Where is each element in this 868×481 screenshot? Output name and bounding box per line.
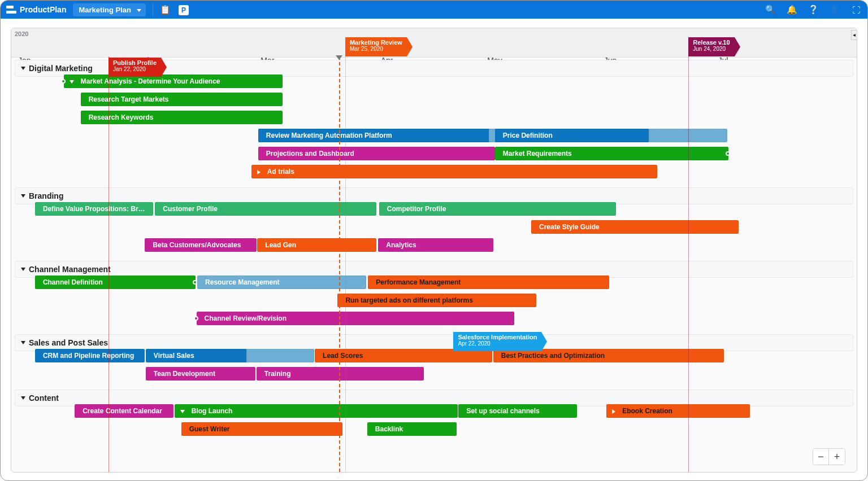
chevron-down-icon [21, 194, 25, 198]
timeline-year: 2020 [15, 30, 28, 37]
roadmap-bar[interactable]: Price Definition [495, 129, 650, 142]
roadmap-bar[interactable]: Market Analysis - Determine Your Audienc… [64, 75, 283, 88]
collapse-side-tab[interactable]: ◂ [851, 30, 857, 40]
roadmap-bar[interactable]: Define Value Propositions: Brand, ... [35, 202, 153, 216]
search-icon[interactable]: 🔍 [765, 5, 776, 15]
roadmap-bar[interactable]: CRM and Pipeline Reporting [35, 349, 145, 362]
roadmap-bar[interactable]: Customer Profile [155, 202, 376, 216]
roadmap-bar[interactable]: Lead Gen [257, 238, 376, 252]
bar-label: Price Definition [503, 132, 553, 139]
dependency-dot [194, 316, 198, 321]
bar-label: Projections and Dashboard [266, 150, 354, 158]
roadmap-bar[interactable]: Channel Review/Revision [197, 312, 514, 325]
milestone-title: Marketing Review [350, 39, 402, 46]
bar-label: Team Development [154, 370, 215, 378]
bar-label: Virtual Sales [154, 352, 194, 360]
bar-label: Research Keywords [89, 113, 154, 121]
bar-label: Market Analysis - Determine Your Audienc… [81, 77, 220, 85]
milestone-flag[interactable]: Release v.10Jun 24, 2020 [688, 37, 734, 56]
roadmap-bar[interactable]: Research Keywords [81, 111, 283, 124]
roadmap-bar[interactable]: Virtual Sales [146, 349, 248, 362]
nav-separator [153, 3, 153, 16]
roadmap-bar[interactable]: Channel Definition [35, 276, 196, 289]
milestone-flag[interactable]: Marketing ReviewMar 25, 2020 [345, 37, 407, 56]
milestone-flag[interactable]: Publish ProfileJan 22, 2020 [108, 58, 161, 77]
dependency-dot [193, 280, 197, 285]
roadmap-bar[interactable]: Review Marketing Automation Platform [258, 129, 491, 142]
bar-label: Review Marketing Automation Platform [266, 132, 392, 139]
bar-label: Blog Launch [192, 407, 233, 415]
bar-label: Guest Writer [189, 425, 230, 433]
roadmap-bar[interactable]: Team Development [146, 367, 255, 381]
parking-lot-icon[interactable]: P [178, 5, 189, 15]
roadmap-bar[interactable]: Analytics [378, 238, 493, 252]
bar-label: Ebook Creation [622, 407, 672, 415]
chevron-down-icon [21, 67, 25, 70]
bar-label: Lead Gen [265, 241, 296, 249]
roadmap-bar[interactable]: Performance Management [368, 276, 609, 289]
bar-label: Channel Definition [43, 278, 103, 286]
bell-icon[interactable]: 🔔 [786, 5, 797, 15]
chevron-down-icon [21, 396, 25, 400]
help-icon[interactable]: ❔ [808, 5, 819, 15]
roadmap-bar[interactable]: Guest Writer [181, 422, 343, 436]
roadmap-bar[interactable]: Research Target Markets [81, 93, 283, 106]
bar-label: Ad trials [267, 168, 294, 176]
fullscreen-icon[interactable]: ⛶ [850, 5, 862, 15]
roadmap-bar[interactable]: Resource Management [197, 276, 366, 289]
bar-label: Training [264, 370, 291, 378]
chevron-down-icon [180, 410, 185, 413]
chevron-down-icon [70, 80, 74, 84]
bar-label: Run targeted ads on different platforms [345, 296, 472, 304]
milestone-title: Publish Profile [113, 59, 157, 66]
bar-label: Create Style Guide [539, 223, 600, 231]
bar-label: Market Requirements [503, 150, 572, 158]
roadmap-board: ◂ 2020 JanFebMarAprMayJunJul Digital Mar… [11, 28, 857, 473]
milestone-title: Salesforce Implementation [458, 334, 537, 340]
lane-title: Digital Marketing [29, 64, 93, 73]
roadmap-bar[interactable]: Run targeted ads on different platforms [337, 294, 536, 307]
roadmap-bar[interactable]: Ad trials [251, 165, 657, 178]
top-nav: ProductPlan Marketing Plan 📋 P 🔍 🔔 ❔ 👤 ⛶ [1, 1, 867, 19]
chevron-down-icon [21, 341, 25, 344]
zoom-out-button[interactable]: − [813, 449, 829, 465]
bar-label: Set up social channels [466, 407, 539, 415]
milestone-flag[interactable]: Salesforce ImplementationApr 22, 2020 [453, 332, 541, 351]
lane-title: Channel Management [29, 265, 111, 274]
roadmap-bar[interactable]: Ebook Creation [606, 404, 750, 418]
roadmap-bar[interactable]: Blog Launch [175, 404, 458, 418]
brand-label: ProductPlan [20, 5, 66, 14]
roadmap-bar[interactable]: Create Content Calendar [75, 404, 173, 418]
milestone-date: Jun 24, 2020 [693, 46, 730, 52]
roadmap-bar[interactable] [246, 349, 314, 362]
milestone-date: Jan 22, 2020 [113, 66, 157, 72]
zoom-in-button[interactable]: + [829, 449, 845, 465]
plan-name: Marketing Plan [79, 6, 131, 14]
roadmap-bar[interactable]: Create Style Guide [531, 220, 739, 234]
user-icon[interactable]: 👤 [829, 5, 840, 15]
brand: ProductPlan [6, 5, 66, 14]
roadmap-bar[interactable]: Competitor Profile [379, 202, 616, 216]
roadmap-bar[interactable]: Backlink [367, 422, 457, 436]
brand-icon [6, 6, 16, 14]
bar-label: Resource Management [205, 278, 279, 286]
zoom-control: − + [813, 448, 845, 465]
roadmap-bar[interactable]: Market Requirements [495, 147, 728, 160]
bar-label: CRM and Pipeline Reporting [43, 352, 134, 360]
lane-title: Sales and Post Sales [29, 338, 108, 347]
bar-label: Competitor Profile [387, 205, 446, 213]
caret-down-icon [137, 9, 141, 12]
bar-label: Performance Management [376, 278, 461, 286]
dependency-dot [61, 79, 66, 84]
chevron-right-icon [257, 170, 261, 174]
clipboard-icon[interactable]: 📋 [160, 5, 171, 15]
roadmap-bar[interactable]: Projections and Dashboard [258, 147, 495, 160]
lane-title: Content [29, 393, 59, 403]
plan-dropdown[interactable]: Marketing Plan [73, 3, 145, 16]
roadmap-bar[interactable]: Set up social channels [458, 404, 576, 418]
today-marker [336, 55, 342, 60]
milestone-date: Mar 25, 2020 [350, 46, 402, 52]
bar-label: Customer Profile [163, 205, 218, 213]
bar-label: Backlink [375, 425, 403, 433]
roadmap-bar[interactable]: Beta Customers/Advocates [145, 238, 256, 252]
